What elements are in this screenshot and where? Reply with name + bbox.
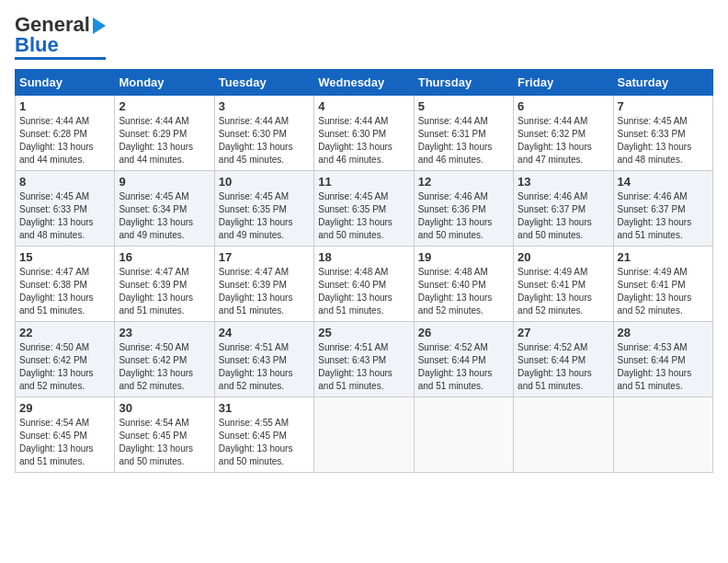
day-number: 24 [219,326,310,339]
header-wednesday: Wednesday [314,70,414,96]
day-number: 22 [19,326,110,339]
day-detail: Sunrise: 4:52 AM Sunset: 6:44 PM Dayligh… [418,341,509,393]
day-number: 2 [119,99,210,113]
day-number: 4 [318,99,409,113]
calendar-cell [514,397,613,473]
calendar-table: SundayMondayTuesdayWednesdayThursdayFrid… [15,69,713,473]
header-friday: Friday [514,70,613,96]
page-header: General Blue [15,15,713,60]
day-number: 9 [119,175,210,189]
day-detail: Sunrise: 4:50 AM Sunset: 6:42 PM Dayligh… [19,341,110,393]
day-number: 15 [19,250,110,264]
calendar-cell: 24Sunrise: 4:51 AM Sunset: 6:43 PM Dayli… [214,322,313,397]
day-detail: Sunrise: 4:54 AM Sunset: 6:45 PM Dayligh… [19,417,110,468]
day-number: 6 [518,99,609,113]
calendar-cell [613,397,712,473]
calendar-cell: 13Sunrise: 4:46 AM Sunset: 6:37 PM Dayli… [514,171,613,247]
day-detail: Sunrise: 4:44 AM Sunset: 6:30 PM Dayligh… [318,115,409,167]
day-detail: Sunrise: 4:44 AM Sunset: 6:32 PM Dayligh… [518,115,609,167]
calendar-week-row: 22Sunrise: 4:50 AM Sunset: 6:42 PM Dayli… [16,322,713,397]
calendar-cell: 30Sunrise: 4:54 AM Sunset: 6:45 PM Dayli… [115,397,214,473]
day-number: 21 [618,250,709,264]
header-tuesday: Tuesday [214,70,313,96]
calendar-cell: 28Sunrise: 4:53 AM Sunset: 6:44 PM Dayli… [613,322,712,397]
calendar-cell: 6Sunrise: 4:44 AM Sunset: 6:32 PM Daylig… [514,96,613,171]
day-detail: Sunrise: 4:54 AM Sunset: 6:45 PM Dayligh… [119,417,210,468]
day-detail: Sunrise: 4:51 AM Sunset: 6:43 PM Dayligh… [219,341,310,393]
day-detail: Sunrise: 4:45 AM Sunset: 6:34 PM Dayligh… [119,190,210,242]
day-detail: Sunrise: 4:46 AM Sunset: 6:36 PM Dayligh… [418,190,509,242]
calendar-header-row: SundayMondayTuesdayWednesdayThursdayFrid… [16,70,713,96]
day-detail: Sunrise: 4:49 AM Sunset: 6:41 PM Dayligh… [518,266,609,317]
calendar-cell: 26Sunrise: 4:52 AM Sunset: 6:44 PM Dayli… [414,322,513,397]
logo-arrow-icon [93,17,106,34]
calendar-cell: 15Sunrise: 4:47 AM Sunset: 6:38 PM Dayli… [16,247,115,322]
calendar-cell: 21Sunrise: 4:49 AM Sunset: 6:41 PM Dayli… [613,247,712,322]
day-detail: Sunrise: 4:47 AM Sunset: 6:39 PM Dayligh… [119,266,210,317]
calendar-cell: 19Sunrise: 4:48 AM Sunset: 6:40 PM Dayli… [414,247,513,322]
day-number: 3 [219,99,310,113]
day-detail: Sunrise: 4:45 AM Sunset: 6:35 PM Dayligh… [318,190,409,242]
day-number: 1 [19,99,110,113]
day-detail: Sunrise: 4:55 AM Sunset: 6:45 PM Dayligh… [219,417,310,468]
calendar-cell: 20Sunrise: 4:49 AM Sunset: 6:41 PM Dayli… [514,247,613,322]
logo-general: General [15,15,90,35]
calendar-cell: 27Sunrise: 4:52 AM Sunset: 6:44 PM Dayli… [514,322,613,397]
calendar-cell [414,397,513,473]
logo: General Blue [15,15,106,60]
day-detail: Sunrise: 4:50 AM Sunset: 6:42 PM Dayligh… [119,341,210,393]
calendar-cell: 8Sunrise: 4:45 AM Sunset: 6:33 PM Daylig… [16,171,115,247]
day-number: 19 [418,250,509,264]
day-number: 25 [318,326,409,339]
day-detail: Sunrise: 4:46 AM Sunset: 6:37 PM Dayligh… [618,190,709,242]
day-number: 28 [618,326,709,339]
day-number: 27 [518,326,609,339]
logo-blue: Blue [15,35,59,55]
calendar-week-row: 15Sunrise: 4:47 AM Sunset: 6:38 PM Dayli… [16,247,713,322]
calendar-week-row: 29Sunrise: 4:54 AM Sunset: 6:45 PM Dayli… [16,397,713,473]
day-detail: Sunrise: 4:48 AM Sunset: 6:40 PM Dayligh… [418,266,509,317]
calendar-cell: 10Sunrise: 4:45 AM Sunset: 6:35 PM Dayli… [214,171,313,247]
calendar-cell: 14Sunrise: 4:46 AM Sunset: 6:37 PM Dayli… [613,171,712,247]
calendar-cell: 25Sunrise: 4:51 AM Sunset: 6:43 PM Dayli… [314,322,414,397]
day-number: 17 [219,250,310,264]
day-detail: Sunrise: 4:45 AM Sunset: 6:33 PM Dayligh… [19,190,110,242]
day-detail: Sunrise: 4:46 AM Sunset: 6:37 PM Dayligh… [518,190,609,242]
calendar-cell: 7Sunrise: 4:45 AM Sunset: 6:33 PM Daylig… [613,96,712,171]
day-number: 5 [418,99,509,113]
day-detail: Sunrise: 4:48 AM Sunset: 6:40 PM Dayligh… [318,266,409,317]
day-number: 31 [219,401,310,415]
header-monday: Monday [115,70,214,96]
day-number: 7 [618,99,709,113]
calendar-cell: 1Sunrise: 4:44 AM Sunset: 6:28 PM Daylig… [16,96,115,171]
day-number: 23 [119,326,210,339]
calendar-cell: 18Sunrise: 4:48 AM Sunset: 6:40 PM Dayli… [314,247,414,322]
day-detail: Sunrise: 4:51 AM Sunset: 6:43 PM Dayligh… [318,341,409,393]
calendar-cell: 11Sunrise: 4:45 AM Sunset: 6:35 PM Dayli… [314,171,414,247]
calendar-cell: 5Sunrise: 4:44 AM Sunset: 6:31 PM Daylig… [414,96,513,171]
day-number: 10 [219,175,310,189]
day-detail: Sunrise: 4:44 AM Sunset: 6:31 PM Dayligh… [418,115,509,167]
day-number: 11 [318,175,409,189]
day-detail: Sunrise: 4:45 AM Sunset: 6:35 PM Dayligh… [219,190,310,242]
day-detail: Sunrise: 4:52 AM Sunset: 6:44 PM Dayligh… [518,341,609,393]
calendar-cell: 4Sunrise: 4:44 AM Sunset: 6:30 PM Daylig… [314,96,414,171]
day-number: 12 [418,175,509,189]
calendar-cell: 22Sunrise: 4:50 AM Sunset: 6:42 PM Dayli… [16,322,115,397]
calendar-cell: 23Sunrise: 4:50 AM Sunset: 6:42 PM Dayli… [115,322,214,397]
calendar-cell: 12Sunrise: 4:46 AM Sunset: 6:36 PM Dayli… [414,171,513,247]
day-detail: Sunrise: 4:44 AM Sunset: 6:29 PM Dayligh… [119,115,210,167]
calendar-cell: 29Sunrise: 4:54 AM Sunset: 6:45 PM Dayli… [16,397,115,473]
day-number: 8 [19,175,110,189]
day-number: 16 [119,250,210,264]
day-number: 20 [518,250,609,264]
calendar-week-row: 1Sunrise: 4:44 AM Sunset: 6:28 PM Daylig… [16,96,713,171]
calendar-cell [314,397,414,473]
day-detail: Sunrise: 4:45 AM Sunset: 6:33 PM Dayligh… [618,115,709,167]
calendar-cell: 3Sunrise: 4:44 AM Sunset: 6:30 PM Daylig… [214,96,313,171]
header-saturday: Saturday [613,70,712,96]
day-detail: Sunrise: 4:47 AM Sunset: 6:38 PM Dayligh… [19,266,110,317]
calendar-cell: 2Sunrise: 4:44 AM Sunset: 6:29 PM Daylig… [115,96,214,171]
day-number: 14 [618,175,709,189]
calendar-week-row: 8Sunrise: 4:45 AM Sunset: 6:33 PM Daylig… [16,171,713,247]
